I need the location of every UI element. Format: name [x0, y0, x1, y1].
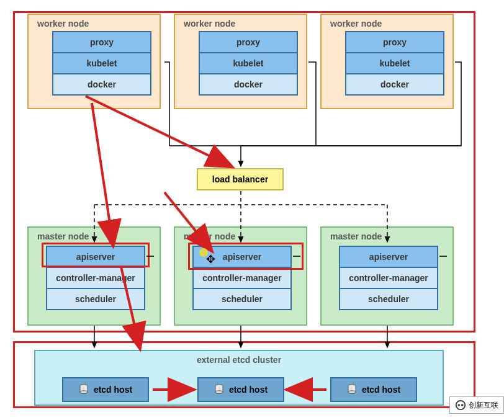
- master-title: master node: [330, 231, 382, 241]
- controller-manager-cell: controller-manager: [47, 268, 144, 289]
- master-stack-3: apiserver controller-manager scheduler: [339, 246, 438, 310]
- etcd-host-2: etcd host: [197, 377, 284, 402]
- watermark-logo-icon: [455, 400, 466, 411]
- scheduler-cell: scheduler: [194, 289, 290, 309]
- scheduler-cell: scheduler: [340, 289, 437, 309]
- kubelet-cell: kubelet: [53, 53, 150, 74]
- worker-title: worker node: [37, 19, 89, 29]
- highlight-apiserver-1: [42, 243, 150, 267]
- controller-manager-cell: controller-manager: [194, 268, 290, 289]
- database-icon: [214, 384, 224, 395]
- scheduler-cell: scheduler: [47, 289, 144, 309]
- etcd-host-1: etcd host: [62, 377, 149, 402]
- etcd-host-label: etcd host: [94, 385, 132, 395]
- master-title: master node: [184, 231, 235, 241]
- etcd-host-3: etcd host: [330, 377, 417, 402]
- svg-point-6: [456, 401, 465, 409]
- database-icon: [347, 384, 357, 395]
- apiserver-cell: apiserver: [340, 247, 437, 268]
- docker-cell: docker: [346, 74, 443, 94]
- proxy-cell: proxy: [200, 32, 297, 53]
- worker-stack-3: proxy kubelet docker: [345, 31, 444, 96]
- docker-cell: docker: [53, 74, 150, 94]
- watermark-text: 创新互联: [469, 400, 498, 411]
- worker-stack-1: proxy kubelet docker: [52, 31, 151, 96]
- controller-manager-cell: controller-manager: [340, 268, 437, 289]
- master-title: master node: [37, 231, 89, 241]
- docker-cell: docker: [200, 74, 297, 94]
- etcd-cluster-title: external etcd cluster: [35, 355, 443, 365]
- worker-stack-2: proxy kubelet docker: [199, 31, 298, 96]
- etcd-host-label: etcd host: [229, 385, 268, 395]
- watermark-badge: 创新互联: [449, 396, 504, 414]
- kubelet-cell: kubelet: [200, 53, 297, 74]
- svg-point-8: [461, 404, 464, 406]
- database-icon: [79, 384, 89, 395]
- etcd-host-label: etcd host: [362, 385, 400, 395]
- svg-point-7: [458, 404, 461, 406]
- proxy-cell: proxy: [53, 32, 150, 53]
- proxy-cell: proxy: [346, 32, 443, 53]
- load-balancer: load balancer: [197, 168, 284, 190]
- highlight-dot-icon: [199, 248, 208, 257]
- worker-title: worker node: [184, 19, 235, 29]
- worker-title: worker node: [330, 19, 382, 29]
- kubelet-cell: kubelet: [346, 53, 443, 74]
